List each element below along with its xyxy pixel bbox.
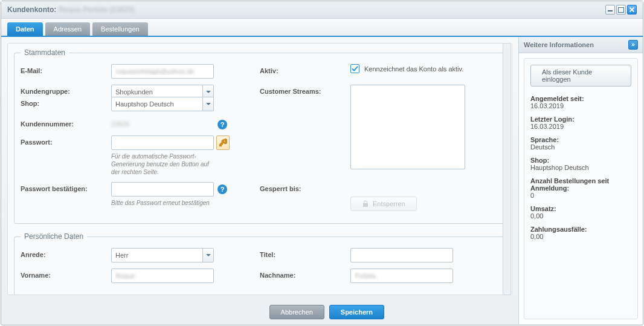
save-button[interactable]: Speichern	[329, 305, 384, 319]
minimize-button[interactable]	[605, 5, 615, 15]
label-kundennummer: Kundennummer:	[21, 117, 111, 128]
cancel-button[interactable]: Abbrechen	[269, 305, 324, 319]
lock-icon	[362, 200, 369, 207]
kundennummer-value: 23625	[111, 117, 214, 129]
anrede-select[interactable]: Herr	[111, 248, 214, 262]
info-sprache: Sprache:Deutsch	[530, 136, 631, 151]
label-vorname: Vorname:	[21, 269, 111, 279]
shop-value: Hauptshop Deutsch	[115, 100, 174, 108]
password-input[interactable]	[111, 135, 214, 150]
label-passwort: Passwort:	[21, 135, 111, 146]
legend-persoenlich: Persönliche Daten	[21, 232, 87, 241]
vorname-input[interactable]	[111, 269, 214, 283]
password-confirm-help-text: Bitte das Passwort erneut bestätigen	[111, 199, 214, 207]
check-icon	[352, 65, 358, 72]
customer-account-window: Kundenkonto: Roque Portela (23625) Daten…	[1, 1, 643, 325]
password-confirm-input[interactable]	[111, 182, 214, 197]
chevron-down-icon	[202, 97, 213, 111]
tab-bestellungen[interactable]: Bestellungen	[92, 22, 148, 36]
customer-streams-box[interactable]	[350, 85, 465, 169]
collapse-button[interactable]: »	[628, 40, 638, 50]
generate-password-button[interactable]	[216, 135, 230, 150]
label-aktiv: Aktiv:	[260, 64, 350, 74]
window-title-prefix: Kundenkonto:	[7, 5, 59, 14]
password-help-text: Für die automatische Passwort-Generierun…	[111, 152, 214, 176]
side-header: Weitere Informationen »	[519, 37, 643, 53]
info-umsatz: Umsatz:0,00	[530, 205, 631, 220]
titlebar: Kundenkonto: Roque Portela (23625)	[1, 1, 643, 19]
footer-buttons: Abbrechen Speichern	[269, 305, 384, 319]
anrede-value: Herr	[115, 252, 128, 259]
window-title: Kundenkonto: Roque Portela (23625)	[7, 5, 135, 14]
aktiv-checkbox[interactable]	[350, 64, 359, 73]
titel-input[interactable]	[350, 248, 453, 262]
label-streams: Customer Streams:	[260, 85, 350, 95]
label-anrede: Anrede:	[21, 248, 111, 258]
label-email: E-Mail:	[21, 64, 111, 74]
key-icon	[219, 139, 227, 147]
label-shop: Shop:	[21, 97, 111, 107]
double-chevron-right-icon: »	[631, 42, 635, 48]
main-panel: Stammdaten E-Mail: Aktiv:	[1, 37, 518, 324]
label-kundengruppe: Kundengruppe:	[21, 85, 111, 95]
fieldset-persoenlich: Persönliche Daten Anrede: Herr	[14, 232, 506, 295]
window-body: Stammdaten E-Mail: Aktiv:	[1, 37, 643, 324]
tab-adressen[interactable]: Adressen	[45, 22, 90, 36]
label-titel: Titel:	[260, 248, 350, 258]
side-header-title: Weitere Informationen	[524, 41, 594, 48]
tab-daten[interactable]: Daten	[7, 22, 43, 36]
aktiv-help-text: Kennzeichnet das Konto als aktiv.	[364, 65, 463, 73]
vertical-scrollbar[interactable]	[503, 43, 511, 295]
shop-select[interactable]: Hauptshop Deutsch	[111, 97, 214, 111]
side-body: Als dieser Kunde einloggen Angemeldet se…	[524, 58, 638, 319]
unlock-label: Entsperren	[373, 200, 405, 207]
label-passwort-confirm: Passwort bestätigen:	[21, 182, 111, 192]
nachname-input[interactable]	[350, 269, 453, 283]
info-angemeldet: Angemeldet seit:16.03.2019	[530, 95, 631, 109]
close-button[interactable]	[627, 5, 637, 15]
label-gesperrt: Gesperrt bis:	[260, 182, 350, 192]
label-nachname: Nachname:	[260, 269, 350, 279]
info-ausfall: Zahlungsausfälle:0,00	[530, 226, 631, 240]
kundengruppe-value: Shopkunden	[115, 88, 153, 96]
maximize-button[interactable]	[616, 5, 626, 15]
help-icon[interactable]: ?	[217, 184, 227, 194]
form-scroll-area[interactable]: Stammdaten E-Mail: Aktiv:	[7, 43, 512, 295]
info-shop: Shop:Hauptshop Deutsch	[530, 157, 631, 171]
window-title-name: Roque Portela (23625)	[59, 5, 135, 14]
help-icon[interactable]: ?	[217, 120, 227, 129]
unlock-button: Entsperren	[350, 197, 417, 211]
info-bestellungen: Anzahl Bestellungen seit Anmeldung:0	[530, 177, 631, 199]
tab-bar: Daten Adressen Bestellungen	[1, 19, 643, 37]
window-controls	[605, 5, 637, 15]
chevron-down-icon	[202, 249, 213, 262]
legend-stammdaten: Stammdaten	[21, 48, 69, 57]
fieldset-stammdaten: Stammdaten E-Mail: Aktiv:	[14, 48, 506, 224]
side-panel: Weitere Informationen » Als dieser Kunde…	[518, 37, 643, 324]
email-input[interactable]	[111, 64, 214, 79]
login-as-customer-button[interactable]: Als dieser Kunde einloggen	[530, 65, 631, 86]
info-letzter-login: Letzter Login:16.03.2019	[530, 116, 631, 130]
